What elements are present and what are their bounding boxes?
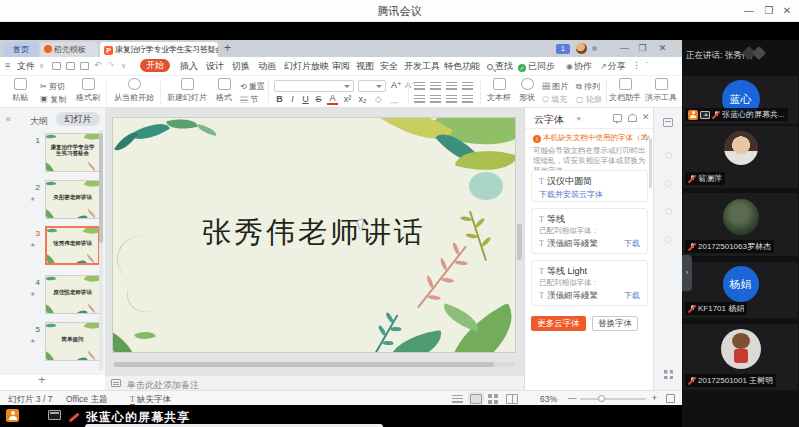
menu-features[interactable]: 特色功能 xyxy=(444,60,480,73)
doc-assistant-button[interactable]: 文档助手 xyxy=(608,78,642,103)
canvas-hscrollbar[interactable] xyxy=(113,362,515,367)
menu-insert[interactable]: 插入 xyxy=(180,60,198,73)
picture-button[interactable]: ▦ 图片 xyxy=(542,81,568,92)
slide-thumbnail-1[interactable]: 康复治疗学专业学生实习答疑会 xyxy=(45,133,100,172)
menu-security[interactable]: 安全 xyxy=(380,60,398,73)
align-center-icon[interactable] xyxy=(430,95,441,103)
fill-button[interactable]: ⬠ 填充 xyxy=(542,94,567,105)
download-link[interactable]: 下载 xyxy=(624,238,640,249)
participant-tile[interactable]: 翁澜萍 xyxy=(683,126,798,188)
align-right-icon[interactable] xyxy=(446,95,457,103)
present-tools-button[interactable]: 演示工具 xyxy=(644,78,678,103)
font-color-button[interactable]: A xyxy=(327,93,338,105)
bullet-list-icon[interactable] xyxy=(414,82,425,90)
superscript-button[interactable]: x² xyxy=(341,94,354,104)
zoom-out-button[interactable]: — xyxy=(568,393,577,403)
participant-tile-screenshare[interactable]: 蓝心 张蓝心的屏幕共... xyxy=(683,76,798,124)
copy-button[interactable]: ▣ 复制 xyxy=(40,94,66,105)
maximize-button[interactable]: ❐ xyxy=(761,3,777,19)
close-button[interactable]: ✕ xyxy=(779,3,795,19)
menu-transition[interactable]: 切换 xyxy=(232,60,250,73)
fullscreen-icon[interactable] xyxy=(666,394,675,403)
grid-view-icon[interactable] xyxy=(488,394,498,404)
participant-tile[interactable]: 20172501001 王树明 xyxy=(683,324,798,390)
slide-thumbnail-5[interactable]: 简单提问 xyxy=(45,322,100,361)
sidebar-scrollbar[interactable] xyxy=(99,130,103,370)
normal-view-icon[interactable] xyxy=(470,394,482,404)
share-button[interactable]: ↗分享 xyxy=(600,60,626,73)
zoom-slider[interactable] xyxy=(580,398,646,400)
quickbar-caret-icon[interactable]: ∨ xyxy=(121,62,126,70)
new-slide-button[interactable]: 新建幻灯片 xyxy=(166,78,208,103)
print-icon[interactable] xyxy=(66,62,75,70)
redo-icon[interactable]: ↷ xyxy=(107,60,115,70)
participant-tile[interactable]: 20172501063罗林杰 xyxy=(683,193,798,256)
font-name-select[interactable] xyxy=(274,80,354,92)
notes-bar[interactable]: 单击此处添加备注 xyxy=(105,375,524,390)
section-button[interactable]: ▤ 节 xyxy=(240,94,258,105)
zoom-in-button[interactable]: + xyxy=(652,393,657,403)
collaborate-button[interactable]: ◉协作 xyxy=(566,60,592,73)
minimize-button[interactable]: — xyxy=(741,3,757,19)
zoom-level[interactable]: 63% xyxy=(540,394,557,404)
tab-outline[interactable]: 大纲 xyxy=(30,115,48,128)
scrollbar-thumb[interactable] xyxy=(517,224,522,260)
file-caret-icon[interactable]: ∨ xyxy=(39,62,44,70)
pin-icon[interactable] xyxy=(628,114,637,122)
menu-devtools[interactable]: 开发工具 xyxy=(404,60,440,73)
new-tab-button[interactable]: + xyxy=(224,41,231,55)
line-spacing-icon[interactable] xyxy=(462,82,473,90)
menu-view[interactable]: 视图 xyxy=(356,60,374,73)
panel-close-icon[interactable]: ✕ xyxy=(642,112,651,120)
menu-design[interactable]: 设计 xyxy=(206,60,224,73)
tool-icon[interactable] xyxy=(665,180,672,187)
participant-tile[interactable]: 杨娟 KF1701 杨娟 xyxy=(683,262,798,318)
grid-layout-icon[interactable] xyxy=(664,370,673,379)
replace-fonts-button[interactable]: 替换字体 xyxy=(592,316,638,331)
font-size-select[interactable] xyxy=(358,80,386,92)
reset-button[interactable]: ⟲ 重置 xyxy=(240,81,265,92)
message-badge[interactable]: 1 xyxy=(556,44,570,54)
subscript-button[interactable]: x₂ xyxy=(356,94,369,104)
paste-button[interactable]: 粘贴 xyxy=(6,78,34,103)
tab-home[interactable]: 首页 xyxy=(4,42,38,57)
outline-button[interactable]: ▢ 轮廓 xyxy=(576,94,602,105)
italic-button[interactable]: I xyxy=(287,94,298,104)
wps-maximize-button[interactable]: ❐ xyxy=(636,42,649,55)
current-slide[interactable]: 张秀伟老师讲话 xyxy=(113,118,515,352)
scrollbar-thumb[interactable] xyxy=(114,362,494,367)
wps-close-button[interactable]: ✕ xyxy=(656,42,669,55)
highlight-icon[interactable]: ﹏ xyxy=(388,94,401,107)
clear-format-icon[interactable]: ◇ xyxy=(372,94,385,104)
collapse-ribbon-icon[interactable]: ˆ xyxy=(646,60,649,69)
slide-format-button[interactable]: 格式 xyxy=(212,78,236,103)
panel-scrollbar[interactable] xyxy=(649,138,652,188)
scrollbar-thumb[interactable] xyxy=(99,133,103,243)
strikethrough-button[interactable]: S xyxy=(313,94,324,104)
number-list-icon[interactable] xyxy=(430,82,441,90)
menu-start[interactable]: 开始 xyxy=(140,59,170,72)
split-view-icon[interactable] xyxy=(506,394,518,404)
align-left-icon[interactable] xyxy=(414,95,425,103)
zoom-slider-knob[interactable] xyxy=(598,395,605,402)
more-menu-icon[interactable]: ⋮ xyxy=(632,60,641,70)
sync-status[interactable]: ✓已同步 xyxy=(518,60,555,73)
account-avatar[interactable] xyxy=(576,43,587,54)
task-pane-icon[interactable] xyxy=(663,118,673,127)
tab-docer[interactable]: 稻壳模板 xyxy=(40,42,98,57)
bold-button[interactable]: B xyxy=(274,94,285,104)
preview-icon[interactable] xyxy=(80,62,89,70)
notes-view-icon[interactable] xyxy=(452,395,463,403)
increase-font-button[interactable]: A⁺ xyxy=(390,80,403,90)
undo-icon[interactable]: ↶ xyxy=(94,60,102,70)
panel-caret-icon[interactable]: ▾ xyxy=(577,115,581,123)
menu-file[interactable]: 文件 xyxy=(17,60,35,73)
menu-find[interactable]: 查找 xyxy=(487,60,513,73)
slide-thumbnail-3-selected[interactable]: 张秀伟老师讲话 xyxy=(45,226,100,265)
slide-thumbnail-2[interactable]: 吴彤荟老师讲话 xyxy=(45,180,100,219)
hamburger-icon[interactable]: ≡ xyxy=(5,60,10,70)
menu-slideshow[interactable]: 幻灯片放映 xyxy=(284,60,329,73)
tool-icon[interactable] xyxy=(665,152,672,159)
slide-thumbnail-4[interactable]: 原佳悦老师讲话 xyxy=(45,275,100,314)
format-painter-button[interactable]: 格式刷 xyxy=(74,78,102,103)
